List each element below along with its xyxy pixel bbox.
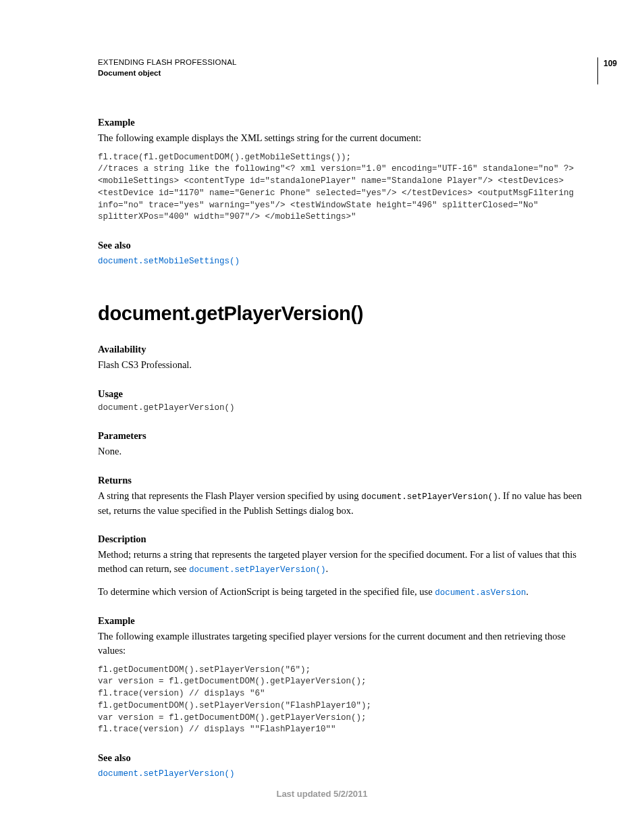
method-heading: document.getPlayerVersion() [98, 303, 590, 325]
description-p1-before: Method; returns a string that represents… [98, 549, 576, 574]
returns-inline-code: document.setPlayerVersion() [361, 492, 498, 502]
description-p2-link[interactable]: document.asVersion [435, 588, 526, 598]
parameters-label: Parameters [98, 430, 590, 442]
parameters-text: None. [98, 444, 590, 459]
see-also2-label: See also [98, 752, 590, 764]
description-label: Description [98, 533, 590, 545]
doc-section: Document object [98, 68, 237, 79]
see-also-label: See also [98, 240, 590, 251]
page-header: EXTENDING FLASH PROFESSIONAL Document ob… [98, 57, 590, 84]
doc-title: EXTENDING FLASH PROFESSIONAL [98, 57, 237, 68]
description-p2: To determine which version of ActionScri… [98, 585, 590, 600]
example2-label: Example [98, 615, 590, 627]
availability-label: Availability [98, 344, 590, 355]
returns-text: A string that represents the Flash Playe… [98, 489, 590, 517]
code-block: fl.trace(fl.getDocumentDOM().getMobileSe… [98, 152, 590, 224]
returns-label: Returns [98, 475, 590, 486]
footer-date: Last updated 5/2/2011 [0, 789, 644, 799]
page-number: 109 [597, 57, 617, 84]
description-p2-before: To determine which version of ActionScri… [98, 586, 435, 597]
example2-code: fl.getDocumentDOM().setPlayerVersion("6"… [98, 664, 590, 737]
description-p1: Method; returns a string that represents… [98, 548, 590, 576]
example-label: Example [98, 117, 590, 128]
returns-text-before: A string that represents the Flash Playe… [98, 490, 361, 501]
usage-code: document.getPlayerVersion() [98, 402, 590, 415]
see-also-link[interactable]: document.setMobileSettings() [98, 257, 240, 266]
description-p1-link[interactable]: document.setPlayerVersion() [189, 565, 326, 575]
see-also2-link[interactable]: document.setPlayerVersion() [98, 769, 235, 779]
description-p1-after: . [325, 563, 328, 574]
usage-label: Usage [98, 388, 590, 400]
example-intro: The following example displays the XML s… [98, 131, 590, 145]
example2-intro: The following example illustrates target… [98, 629, 590, 657]
description-p2-after: . [526, 586, 529, 597]
page: EXTENDING FLASH PROFESSIONAL Document ob… [0, 0, 644, 834]
availability-text: Flash CS3 Professional. [98, 358, 590, 372]
header-left: EXTENDING FLASH PROFESSIONAL Document ob… [98, 57, 237, 78]
